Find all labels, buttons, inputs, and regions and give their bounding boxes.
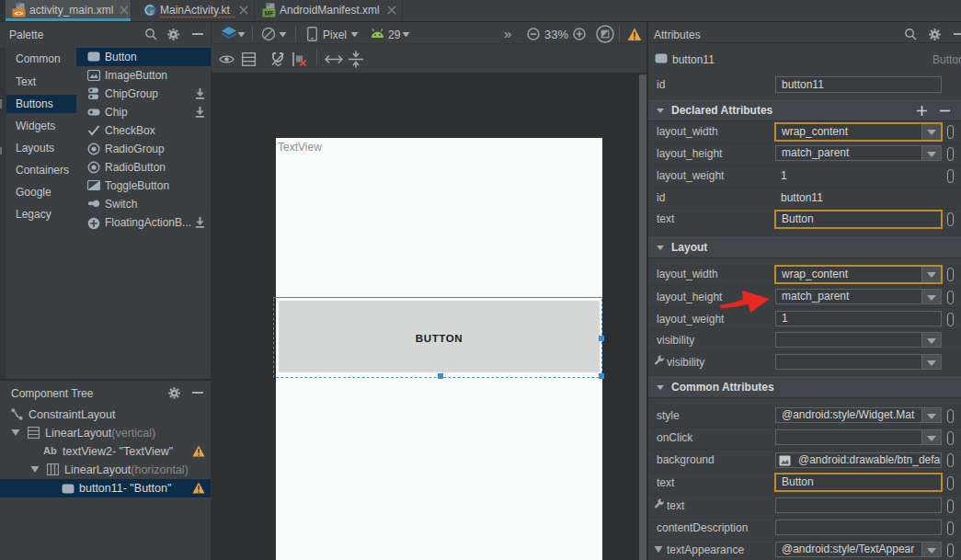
svg-text:MF: MF: [264, 10, 274, 17]
svg-text:<>: <>: [15, 9, 24, 17]
